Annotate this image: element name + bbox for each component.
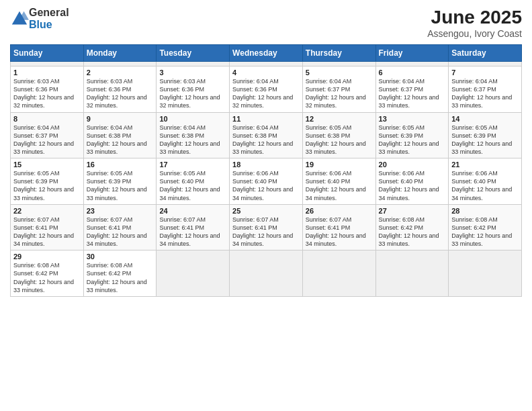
table-row: 9 Sunrise: 6:04 AM Sunset: 6:38 PM Dayli…: [83, 112, 157, 158]
cell-info: Sunrise: 6:04 AM Sunset: 6:37 PM Dayligh…: [379, 77, 446, 110]
table-row: 22 Sunrise: 6:07 AM Sunset: 6:41 PM Dayl…: [11, 204, 84, 250]
calendar-week-3: 15 Sunrise: 6:05 AM Sunset: 6:39 PM Dayl…: [11, 158, 522, 205]
day-number: 14: [451, 115, 519, 123]
table-row: [157, 62, 230, 66]
calendar-week-5: 29 Sunrise: 6:08 AM Sunset: 6:42 PM Dayl…: [11, 250, 522, 297]
day-number: 25: [232, 207, 300, 215]
table-row: [449, 250, 522, 297]
logo: General Blue: [10, 7, 69, 31]
day-number: 27: [379, 207, 446, 215]
day-number: 29: [13, 253, 81, 261]
col-thursday: Thursday: [302, 45, 375, 62]
cell-info: Sunrise: 6:03 AM Sunset: 6:36 PM Dayligh…: [13, 77, 81, 110]
day-number: 5: [306, 68, 373, 77]
cell-info: Sunrise: 6:04 AM Sunset: 6:37 PM Dayligh…: [306, 77, 373, 110]
table-row: 16 Sunrise: 6:05 AM Sunset: 6:39 PM Dayl…: [83, 158, 157, 205]
table-row: [302, 250, 375, 297]
table-row: [11, 62, 84, 66]
table-row: 26 Sunrise: 6:07 AM Sunset: 6:41 PM Dayl…: [302, 204, 375, 250]
table-row: 24 Sunrise: 6:07 AM Sunset: 6:41 PM Dayl…: [157, 204, 230, 250]
col-friday: Friday: [375, 45, 449, 62]
day-number: 8: [13, 115, 81, 123]
cell-info: Sunrise: 6:04 AM Sunset: 6:38 PM Dayligh…: [232, 124, 300, 156]
subtitle: Assengou, Ivory Coast: [427, 28, 522, 39]
calendar-week-1: 1 Sunrise: 6:03 AM Sunset: 6:36 PM Dayli…: [11, 66, 522, 113]
table-row: [449, 62, 522, 66]
logo-icon: [10, 9, 29, 28]
table-row: [302, 62, 375, 66]
col-sunday: Sunday: [11, 45, 84, 62]
day-number: 7: [451, 68, 519, 77]
table-row: 17 Sunrise: 6:05 AM Sunset: 6:40 PM Dayl…: [157, 158, 230, 205]
cell-info: Sunrise: 6:03 AM Sunset: 6:36 PM Dayligh…: [159, 77, 226, 110]
day-number: 17: [159, 161, 226, 169]
calendar-week-4: 22 Sunrise: 6:07 AM Sunset: 6:41 PM Dayl…: [11, 204, 522, 250]
table-row: 15 Sunrise: 6:05 AM Sunset: 6:39 PM Dayl…: [11, 158, 84, 205]
cell-info: Sunrise: 6:06 AM Sunset: 6:40 PM Dayligh…: [232, 169, 300, 202]
day-number: 3: [159, 68, 226, 77]
day-number: 6: [379, 68, 446, 77]
day-number: 4: [232, 68, 300, 77]
table-row: 10 Sunrise: 6:04 AM Sunset: 6:38 PM Dayl…: [157, 112, 230, 158]
table-row: 28 Sunrise: 6:08 AM Sunset: 6:42 PM Dayl…: [449, 204, 522, 250]
table-row: 23 Sunrise: 6:07 AM Sunset: 6:41 PM Dayl…: [83, 204, 157, 250]
day-number: 20: [379, 161, 446, 169]
day-number: 15: [13, 161, 81, 169]
table-row: 30 Sunrise: 6:08 AM Sunset: 6:42 PM Dayl…: [83, 250, 157, 297]
table-row: 18 Sunrise: 6:06 AM Sunset: 6:40 PM Dayl…: [230, 158, 303, 205]
table-row: 25 Sunrise: 6:07 AM Sunset: 6:41 PM Dayl…: [230, 204, 303, 250]
col-wednesday: Wednesday: [230, 45, 303, 62]
col-tuesday: Tuesday: [157, 45, 230, 62]
table-row: 14 Sunrise: 6:05 AM Sunset: 6:39 PM Dayl…: [449, 112, 522, 158]
calendar-table: Sunday Monday Tuesday Wednesday Thursday…: [10, 44, 522, 297]
table-row: [157, 250, 230, 297]
calendar-week-0: [11, 62, 522, 66]
day-number: 23: [87, 207, 154, 215]
table-row: 3 Sunrise: 6:03 AM Sunset: 6:36 PM Dayli…: [157, 66, 230, 113]
cell-info: Sunrise: 6:08 AM Sunset: 6:42 PM Dayligh…: [13, 261, 81, 294]
day-number: 22: [13, 207, 81, 215]
page: General Blue June 2025 Assengou, Ivory C…: [0, 0, 532, 411]
logo-blue: Blue: [29, 19, 52, 30]
cell-info: Sunrise: 6:04 AM Sunset: 6:38 PM Dayligh…: [87, 124, 154, 156]
cell-info: Sunrise: 6:04 AM Sunset: 6:37 PM Dayligh…: [13, 124, 81, 156]
cell-info: Sunrise: 6:07 AM Sunset: 6:41 PM Dayligh…: [306, 216, 373, 248]
main-title: June 2025: [427, 7, 522, 28]
cell-info: Sunrise: 6:07 AM Sunset: 6:41 PM Dayligh…: [159, 216, 226, 248]
day-number: 2: [87, 68, 154, 77]
table-row: 21 Sunrise: 6:06 AM Sunset: 6:40 PM Dayl…: [449, 158, 522, 205]
table-row: [375, 62, 449, 66]
day-number: 26: [306, 207, 373, 215]
table-row: 20 Sunrise: 6:06 AM Sunset: 6:40 PM Dayl…: [375, 158, 449, 205]
table-row: 13 Sunrise: 6:05 AM Sunset: 6:39 PM Dayl…: [375, 112, 449, 158]
day-number: 13: [379, 115, 446, 123]
cell-info: Sunrise: 6:08 AM Sunset: 6:42 PM Dayligh…: [87, 261, 154, 294]
day-number: 12: [306, 115, 373, 123]
day-number: 9: [87, 115, 154, 123]
day-number: 10: [159, 115, 226, 123]
day-number: 24: [159, 207, 226, 215]
cell-info: Sunrise: 6:05 AM Sunset: 6:39 PM Dayligh…: [13, 169, 81, 202]
day-number: 18: [232, 161, 300, 169]
table-row: 19 Sunrise: 6:06 AM Sunset: 6:40 PM Dayl…: [302, 158, 375, 205]
table-row: 4 Sunrise: 6:04 AM Sunset: 6:36 PM Dayli…: [230, 66, 303, 113]
table-row: 12 Sunrise: 6:05 AM Sunset: 6:38 PM Dayl…: [302, 112, 375, 158]
cell-info: Sunrise: 6:04 AM Sunset: 6:36 PM Dayligh…: [232, 77, 300, 110]
title-block: June 2025 Assengou, Ivory Coast: [427, 7, 522, 39]
table-row: [230, 62, 303, 66]
day-number: 19: [306, 161, 373, 169]
table-row: 5 Sunrise: 6:04 AM Sunset: 6:37 PM Dayli…: [302, 66, 375, 113]
day-number: 16: [87, 161, 154, 169]
day-number: 30: [87, 253, 154, 261]
calendar-week-2: 8 Sunrise: 6:04 AM Sunset: 6:37 PM Dayli…: [11, 112, 522, 158]
cell-info: Sunrise: 6:06 AM Sunset: 6:40 PM Dayligh…: [379, 169, 446, 202]
cell-info: Sunrise: 6:05 AM Sunset: 6:39 PM Dayligh…: [451, 124, 519, 156]
cell-info: Sunrise: 6:05 AM Sunset: 6:40 PM Dayligh…: [159, 169, 226, 202]
cell-info: Sunrise: 6:04 AM Sunset: 6:38 PM Dayligh…: [159, 124, 226, 156]
cell-info: Sunrise: 6:08 AM Sunset: 6:42 PM Dayligh…: [379, 216, 446, 248]
table-row: 27 Sunrise: 6:08 AM Sunset: 6:42 PM Dayl…: [375, 204, 449, 250]
header: General Blue June 2025 Assengou, Ivory C…: [10, 7, 522, 39]
cell-info: Sunrise: 6:08 AM Sunset: 6:42 PM Dayligh…: [451, 216, 519, 248]
calendar-header-row: Sunday Monday Tuesday Wednesday Thursday…: [11, 45, 522, 62]
cell-info: Sunrise: 6:06 AM Sunset: 6:40 PM Dayligh…: [306, 169, 373, 202]
